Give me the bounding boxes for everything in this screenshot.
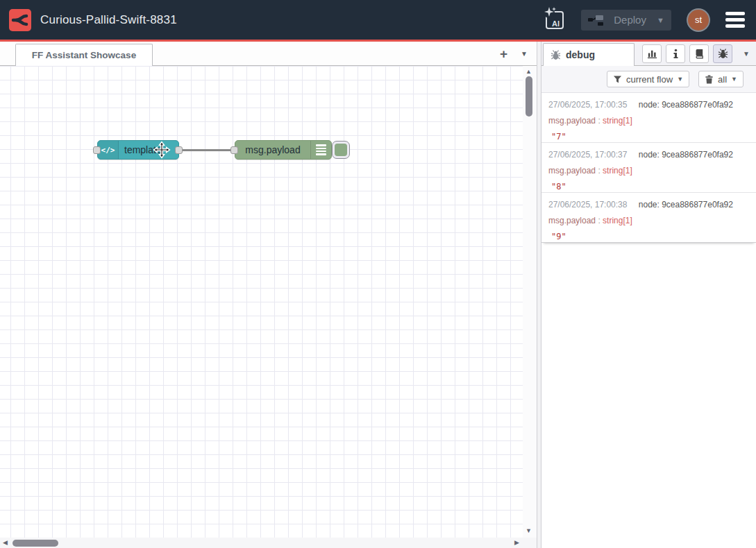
hscroll-thumb[interactable] bbox=[12, 540, 58, 547]
clear-caret-icon: ▼ bbox=[731, 76, 737, 83]
debug-clear-label: all bbox=[718, 74, 727, 85]
port-debug-input[interactable] bbox=[230, 146, 238, 154]
debug-enable-toggle[interactable] bbox=[332, 141, 350, 159]
add-flow-button[interactable]: + bbox=[500, 47, 507, 60]
canvas-hscrollbar[interactable]: ◀ ▶ bbox=[0, 538, 537, 548]
vscroll-thumb[interactable] bbox=[526, 76, 532, 117]
logo-branch-glyph bbox=[11, 11, 29, 29]
debug-toolbar: current flow ▼ all ▼ bbox=[541, 66, 756, 93]
message-timestamp: 27/06/2025, 17:00:35 bbox=[548, 100, 627, 110]
code-icon: </> bbox=[98, 141, 119, 159]
deploy-nodes-icon bbox=[588, 15, 605, 26]
debug-clear-button[interactable]: all ▼ bbox=[698, 71, 744, 87]
funnel-icon bbox=[613, 75, 622, 84]
message-value[interactable]: "7" bbox=[548, 132, 749, 142]
message-node-id: node: 9cea886877e0fa92 bbox=[639, 200, 733, 209]
message-type: string[1] bbox=[603, 116, 632, 126]
move-cursor-icon bbox=[153, 141, 171, 159]
port-template-output[interactable] bbox=[175, 146, 183, 154]
message-type: string[1] bbox=[603, 216, 632, 225]
message-timestamp: 27/06/2025, 17:00:38 bbox=[548, 200, 627, 209]
main-area: FF Assistant Showcase + ▼ </> templa bbox=[0, 42, 756, 548]
flow-canvas[interactable]: </> template msg.payload bbox=[0, 66, 537, 538]
editor-pane: FF Assistant Showcase + ▼ </> templa bbox=[0, 42, 537, 548]
tabbar-actions: + ▼ bbox=[500, 42, 528, 66]
deploy-label: Deploy bbox=[613, 14, 647, 26]
user-avatar[interactable]: st bbox=[688, 10, 709, 31]
menu-bar bbox=[725, 24, 745, 28]
chart-icon bbox=[647, 49, 657, 59]
svg-text:AI: AI bbox=[552, 19, 560, 28]
trash-icon bbox=[705, 75, 714, 84]
scroll-up-icon[interactable]: ▲ bbox=[526, 68, 532, 75]
message-property: msg.payload bbox=[548, 166, 596, 175]
message-value[interactable]: "8" bbox=[548, 182, 749, 191]
message-timestamp: 27/06/2025, 17:00:37 bbox=[548, 150, 627, 160]
workspace-title: Curious-Pallid-Swift-8831 bbox=[40, 13, 544, 27]
header-actions: AI Deploy ▼ st bbox=[544, 6, 756, 33]
message-node-id: node: 9cea886877e0fa92 bbox=[639, 100, 733, 110]
sidebar-tabbar: debug bbox=[541, 42, 756, 66]
debug-panel-button[interactable] bbox=[713, 44, 732, 63]
message-property: msg.payload bbox=[548, 116, 596, 126]
sidebar-resizer[interactable] bbox=[537, 42, 541, 548]
scroll-left-icon[interactable]: ◀ bbox=[3, 539, 8, 546]
sidebar-toolbar: ▼ bbox=[642, 44, 750, 63]
debug-message-list: 27/06/2025, 17:00:35 node: 9cea886877e0f… bbox=[541, 93, 756, 243]
debug-sidebar: debug bbox=[541, 42, 756, 548]
list-icon bbox=[310, 141, 331, 159]
scroll-right-icon[interactable]: ▶ bbox=[514, 539, 519, 546]
debug-toggle-fill bbox=[335, 144, 347, 156]
debug-message[interactable]: 27/06/2025, 17:00:38 node: 9cea886877e0f… bbox=[541, 193, 756, 243]
port-template-input[interactable] bbox=[93, 146, 101, 154]
menu-bar bbox=[725, 18, 745, 22]
canvas-vscrollbar[interactable]: ▲ ▼ bbox=[523, 66, 537, 538]
deploy-options-caret-icon[interactable]: ▼ bbox=[657, 16, 664, 24]
node-debug-label: msg.payload bbox=[235, 141, 310, 159]
info-icon bbox=[671, 49, 681, 59]
ai-sparkle-icon: AI bbox=[544, 6, 566, 31]
message-property: msg.payload bbox=[548, 216, 596, 225]
debug-message[interactable]: 27/06/2025, 17:00:37 node: 9cea886877e0f… bbox=[541, 143, 756, 193]
message-value[interactable]: "9" bbox=[548, 232, 749, 241]
sidebar-tab-debug-label: debug bbox=[566, 49, 595, 60]
deploy-button[interactable]: Deploy ▼ bbox=[581, 10, 671, 31]
message-node-id: node: 9cea886877e0fa92 bbox=[639, 150, 733, 160]
header: Curious-Pallid-Swift-8831 AI D bbox=[0, 0, 756, 40]
debug-message[interactable]: 27/06/2025, 17:00:35 node: 9cea886877e0f… bbox=[541, 93, 756, 143]
dashboard-chart-button[interactable] bbox=[642, 44, 662, 63]
wire-layer bbox=[0, 66, 523, 538]
help-docs-button[interactable] bbox=[689, 44, 709, 63]
info-button[interactable] bbox=[666, 44, 685, 63]
scroll-down-icon[interactable]: ▼ bbox=[526, 527, 532, 534]
debug-filter-button[interactable]: current flow ▼ bbox=[607, 71, 689, 87]
flow-list-caret-icon[interactable]: ▼ bbox=[521, 50, 528, 58]
node-debug[interactable]: msg.payload bbox=[235, 140, 332, 160]
filter-caret-icon: ▼ bbox=[677, 76, 683, 83]
flowfuse-logo-icon[interactable] bbox=[9, 9, 31, 31]
debug-filter-label: current flow bbox=[626, 74, 673, 85]
sidebar-tab-debug[interactable]: debug bbox=[543, 43, 635, 66]
flow-tab-label: FF Assistant Showcase bbox=[32, 50, 136, 60]
menu-bar bbox=[725, 12, 745, 15]
message-type: string[1] bbox=[603, 166, 632, 175]
book-icon bbox=[694, 49, 705, 59]
ai-assistant-button[interactable]: AI bbox=[544, 6, 566, 33]
flow-tab-active[interactable]: FF Assistant Showcase bbox=[15, 44, 153, 66]
app-root: Curious-Pallid-Swift-8831 AI D bbox=[0, 0, 756, 548]
bug-icon bbox=[718, 49, 728, 59]
main-menu-button[interactable] bbox=[725, 12, 745, 28]
sidebar-tabs-caret-icon[interactable]: ▼ bbox=[743, 50, 750, 58]
flow-tabbar: FF Assistant Showcase + ▼ bbox=[0, 42, 537, 66]
bug-icon bbox=[551, 50, 561, 60]
